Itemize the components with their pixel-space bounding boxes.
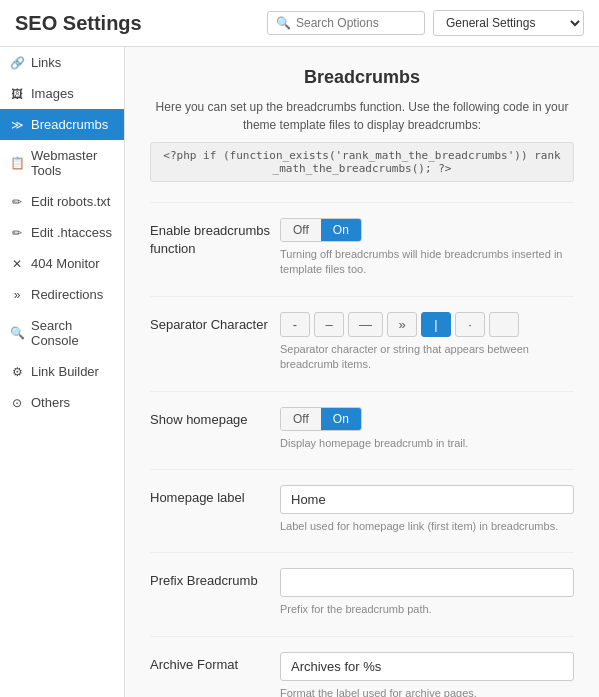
help-enable-breadcrumbs: Turning off breadcrumbs will hide breadc… xyxy=(280,247,574,278)
input-prefix-breadcrumb[interactable] xyxy=(280,568,574,597)
search-input[interactable] xyxy=(296,16,416,30)
links-icon: 🔗 xyxy=(10,56,24,70)
sidebar-label-webmaster-tools: Webmaster Tools xyxy=(31,148,114,178)
sidebar-item-images[interactable]: 🖼 Images xyxy=(0,78,124,109)
control-show-homepage: OffOnDisplay homepage breadcrumb in trai… xyxy=(280,407,574,451)
intro-text: Here you can set up the breadcrumbs func… xyxy=(150,98,574,134)
redirections-icon: » xyxy=(10,288,24,302)
sidebar-label-link-builder: Link Builder xyxy=(31,364,114,379)
search-box[interactable]: 🔍 xyxy=(267,11,425,35)
general-settings-dropdown[interactable]: General Settings Advanced Settings xyxy=(433,10,584,36)
page-title: Breadcrumbs xyxy=(150,67,574,88)
label-prefix-breadcrumb: Prefix Breadcrumb xyxy=(150,568,280,590)
code-block: <?php if (function_exists('rank_math_the… xyxy=(150,142,574,182)
form-row-archive-format: Archive FormatFormat the label used for … xyxy=(150,636,574,697)
toggle-enable-breadcrumbs: OffOn xyxy=(280,218,362,242)
sidebar-item-edit-htaccess[interactable]: ✏ Edit .htaccess xyxy=(0,217,124,248)
label-homepage-label: Homepage label xyxy=(150,485,280,507)
sidebar-label-404-monitor: 404 Monitor xyxy=(31,256,114,271)
sidebar-label-images: Images xyxy=(31,86,114,101)
sidebar: 🔗 Links 🖼 Images ≫ Breadcrumbs 📋 Webmast… xyxy=(0,47,125,697)
sidebar-label-breadcrumbs: Breadcrumbs xyxy=(31,117,114,132)
separator-group: -–—»|· xyxy=(280,312,574,337)
sep-btn-2[interactable]: — xyxy=(348,312,383,337)
toggle-off-show-homepage[interactable]: Off xyxy=(281,408,321,430)
input-homepage-label[interactable] xyxy=(280,485,574,514)
toggle-off-enable-breadcrumbs[interactable]: Off xyxy=(281,219,321,241)
sidebar-item-edit-robots[interactable]: ✏ Edit robots.txt xyxy=(0,186,124,217)
sidebar-label-search-console: Search Console xyxy=(31,318,114,348)
form-row-enable-breadcrumbs: Enable breadcrumbs functionOffOnTurning … xyxy=(150,202,574,278)
sep-btn-3[interactable]: » xyxy=(387,312,417,337)
help-prefix-breadcrumb: Prefix for the breadcrumb path. xyxy=(280,602,574,617)
toggle-on-enable-breadcrumbs[interactable]: On xyxy=(321,219,361,241)
sep-btn-4[interactable]: | xyxy=(421,312,451,337)
form-row-homepage-label: Homepage labelLabel used for homepage li… xyxy=(150,469,574,534)
search-console-icon: 🔍 xyxy=(10,326,24,340)
form-row-separator-character: Separator Character-–—»|·Separator chara… xyxy=(150,296,574,373)
help-archive-format: Format the label used for archive pages. xyxy=(280,686,574,697)
sep-btn-6[interactable] xyxy=(489,312,519,337)
content-area: Breadcrumbs Here you can set up the brea… xyxy=(125,47,599,697)
sidebar-label-others: Others xyxy=(31,395,114,410)
control-separator-character: -–—»|·Separator character or string that… xyxy=(280,312,574,373)
sidebar-item-links[interactable]: 🔗 Links xyxy=(0,47,124,78)
sidebar-item-webmaster-tools[interactable]: 📋 Webmaster Tools xyxy=(0,140,124,186)
header-right: 🔍 General Settings Advanced Settings xyxy=(267,10,584,36)
sidebar-item-link-builder[interactable]: ⚙ Link Builder xyxy=(0,356,124,387)
toggle-on-show-homepage[interactable]: On xyxy=(321,408,361,430)
control-archive-format: Format the label used for archive pages. xyxy=(280,652,574,697)
control-enable-breadcrumbs: OffOnTurning off breadcrumbs will hide b… xyxy=(280,218,574,278)
label-show-homepage: Show homepage xyxy=(150,407,280,429)
sep-btn-1[interactable]: – xyxy=(314,312,344,337)
help-separator-character: Separator character or string that appea… xyxy=(280,342,574,373)
main-content: Breadcrumbs Here you can set up the brea… xyxy=(125,47,599,697)
control-prefix-breadcrumb: Prefix for the breadcrumb path. xyxy=(280,568,574,617)
sidebar-label-edit-htaccess: Edit .htaccess xyxy=(31,225,114,240)
sep-btn-0[interactable]: - xyxy=(280,312,310,337)
edit-htaccess-icon: ✏ xyxy=(10,226,24,240)
fields-container: Enable breadcrumbs functionOffOnTurning … xyxy=(150,202,574,697)
others-icon: ⊙ xyxy=(10,396,24,410)
sidebar-label-edit-robots: Edit robots.txt xyxy=(31,194,114,209)
label-separator-character: Separator Character xyxy=(150,312,280,334)
link-builder-icon: ⚙ xyxy=(10,365,24,379)
404-monitor-icon: ✕ xyxy=(10,257,24,271)
search-icon: 🔍 xyxy=(276,16,291,30)
app-title: SEO Settings xyxy=(15,12,142,35)
edit-robots-icon: ✏ xyxy=(10,195,24,209)
input-archive-format[interactable] xyxy=(280,652,574,681)
layout: 🔗 Links 🖼 Images ≫ Breadcrumbs 📋 Webmast… xyxy=(0,47,599,697)
label-archive-format: Archive Format xyxy=(150,652,280,674)
images-icon: 🖼 xyxy=(10,87,24,101)
help-homepage-label: Label used for homepage link (first item… xyxy=(280,519,574,534)
form-row-prefix-breadcrumb: Prefix BreadcrumbPrefix for the breadcru… xyxy=(150,552,574,617)
sidebar-label-redirections: Redirections xyxy=(31,287,114,302)
label-enable-breadcrumbs: Enable breadcrumbs function xyxy=(150,218,280,258)
sidebar-item-others[interactable]: ⊙ Others xyxy=(0,387,124,418)
sidebar-item-breadcrumbs[interactable]: ≫ Breadcrumbs xyxy=(0,109,124,140)
sidebar-item-404-monitor[interactable]: ✕ 404 Monitor xyxy=(0,248,124,279)
header: SEO Settings 🔍 General Settings Advanced… xyxy=(0,0,599,47)
toggle-show-homepage: OffOn xyxy=(280,407,362,431)
breadcrumbs-icon: ≫ xyxy=(10,118,24,132)
form-row-show-homepage: Show homepageOffOnDisplay homepage bread… xyxy=(150,391,574,451)
help-show-homepage: Display homepage breadcrumb in trail. xyxy=(280,436,574,451)
control-homepage-label: Label used for homepage link (first item… xyxy=(280,485,574,534)
sep-btn-5[interactable]: · xyxy=(455,312,485,337)
sidebar-label-links: Links xyxy=(31,55,114,70)
webmaster-tools-icon: 📋 xyxy=(10,156,24,170)
sidebar-item-redirections[interactable]: » Redirections xyxy=(0,279,124,310)
sidebar-item-search-console[interactable]: 🔍 Search Console xyxy=(0,310,124,356)
